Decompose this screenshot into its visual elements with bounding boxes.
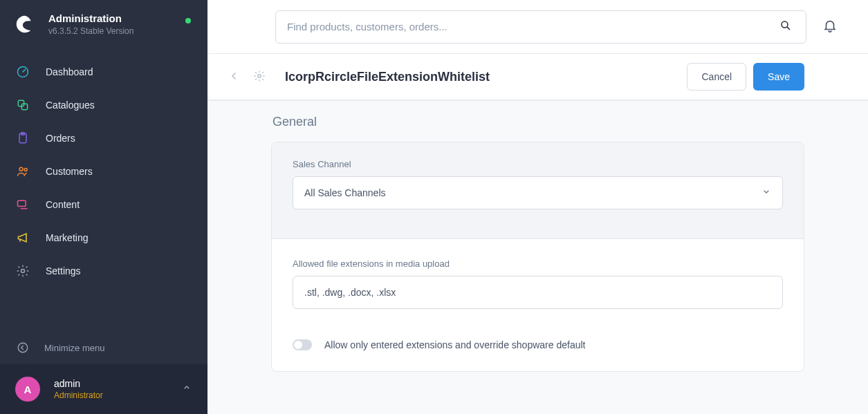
search-input[interactable] [287,21,777,32]
sidebar-item-label: Catalogues [46,100,95,111]
notifications-button[interactable] [818,14,842,39]
page-settings-button[interactable] [249,66,270,88]
svg-rect-1 [18,100,24,106]
app-logo [15,15,35,34]
section-title-general: General [273,115,804,129]
sidebar-item-customers[interactable]: Customers [0,155,207,188]
sidebar-item-label: Settings [46,265,81,276]
sidebar-item-orders[interactable]: Orders [0,122,207,155]
chevron-up-icon [181,382,192,396]
page-title: IcorpRcircleFileExtensionWhitelist [285,70,490,84]
svg-point-10 [18,343,28,352]
sales-channel-select[interactable] [293,176,783,209]
clipboard-icon [15,131,30,146]
sales-channel-section: Sales Channel [272,142,804,239]
main-area: IcorpRcircleFileExtensionWhitelist Cance… [207,0,868,414]
search-button[interactable] [777,17,795,37]
svg-line-12 [787,27,790,30]
toggle-knob-icon [294,341,302,349]
app-version: v6.3.5.2 Stable Version [48,26,194,36]
user-menu[interactable]: A admin Administrator [0,364,207,414]
user-name: admin [54,378,103,389]
svg-point-13 [258,74,261,77]
sales-channel-label: Sales Channel [293,159,783,169]
override-toggle[interactable] [293,339,312,350]
content-area: General Sales Channel Allowed file exten… [207,101,868,414]
megaphone-icon [15,230,30,245]
minimize-label: Minimize menu [44,343,104,353]
sidebar: Administration v6.3.5.2 Stable Version D… [0,0,207,414]
sidebar-header: Administration v6.3.5.2 Stable Version [0,0,207,46]
search-icon [779,23,792,34]
svg-rect-2 [21,104,27,109]
status-indicator-icon [185,18,191,23]
bell-icon [822,25,838,35]
collapse-icon [15,340,30,355]
topbar [207,0,868,54]
allowed-extensions-label: Allowed file extensions in media upload [293,258,783,269]
extensions-section: Allowed file extensions in media upload … [272,239,804,371]
minimize-menu-button[interactable]: Minimize menu [0,331,207,364]
layout-icon [15,197,30,212]
save-button[interactable]: Save [753,63,804,91]
svg-point-9 [21,270,25,273]
avatar: A [15,377,40,402]
global-search[interactable] [275,10,806,44]
gear-icon [15,263,30,279]
sidebar-item-label: Customers [46,166,93,177]
sidebar-item-marketing[interactable]: Marketing [0,221,207,254]
sidebar-item-dashboard[interactable]: Dashboard [0,55,207,88]
gear-icon [253,74,266,84]
sidebar-item-catalogues[interactable]: Catalogues [0,88,207,122]
sidebar-item-label: Content [46,199,80,210]
sidebar-item-content[interactable]: Content [0,188,207,221]
cancel-button[interactable]: Cancel [687,63,746,91]
user-role: Administrator [54,391,103,400]
sidebar-item-label: Marketing [46,232,88,243]
sidebar-item-label: Orders [46,133,75,144]
app-title: Administration [48,12,194,25]
svg-point-5 [19,167,23,171]
chevron-left-icon [228,74,241,84]
general-card: Sales Channel Allowed file extensions in… [271,142,804,372]
allowed-extensions-input[interactable] [293,276,783,309]
svg-point-11 [782,21,788,28]
svg-rect-7 [18,200,26,206]
svg-point-6 [24,169,27,171]
override-toggle-label: Allow only entered extensions and overri… [324,339,585,350]
sidebar-item-settings[interactable]: Settings [0,254,207,288]
people-icon [15,164,30,179]
sidebar-nav: Dashboard Catalogues Orders Customers [0,55,207,319]
layers-icon [15,97,30,113]
back-button[interactable] [224,66,245,88]
override-toggle-row: Allow only entered extensions and overri… [293,339,783,350]
sidebar-item-label: Dashboard [46,66,93,77]
speedometer-icon [15,64,30,79]
page-header: IcorpRcircleFileExtensionWhitelist Cance… [207,54,868,101]
